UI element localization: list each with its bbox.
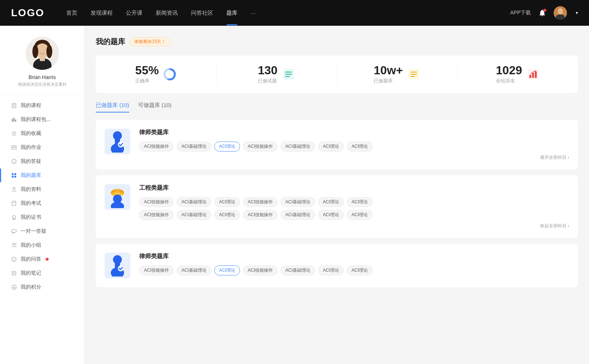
svg-rect-53 — [529, 75, 531, 78]
profile-motto: 错误的决定比没有决定要好 — [18, 82, 67, 87]
tag[interactable]: ACI基础理论 — [177, 197, 211, 207]
tag[interactable]: ACI技能操作 — [139, 197, 174, 207]
notification-bell[interactable] — [538, 9, 546, 17]
tag[interactable]: ACI技能操作 — [139, 142, 174, 151]
sidebar-item-我的小组[interactable]: 我的小组 — [0, 238, 84, 252]
sidebar-item-label: 我的课程 — [21, 102, 41, 109]
tag[interactable]: ACI基础理论 — [281, 265, 315, 275]
stat-value: 130 — [258, 64, 277, 76]
stat-icon — [407, 68, 420, 81]
sidebar-item-我的问答[interactable]: ?我的问答 — [0, 252, 84, 266]
user-avatar[interactable] — [554, 6, 567, 19]
nav-item-新闻资讯[interactable]: 新闻资讯 — [156, 10, 178, 17]
doc-icon — [11, 144, 17, 150]
sidebar-item-label: 我的证书 — [21, 214, 41, 221]
sidebar-item-我的课程包...[interactable]: 我的课程包... — [0, 113, 84, 126]
tag[interactable]: ACI基础理论 — [177, 210, 211, 220]
sidebar-item-我的收藏[interactable]: 我的收藏 — [0, 126, 84, 140]
tag[interactable]: ACI基础理论 — [177, 142, 211, 151]
nav-item-···[interactable]: ··· — [251, 10, 255, 16]
tag[interactable]: ACI理论 — [347, 210, 373, 220]
tag[interactable]: ACI理论 — [347, 197, 373, 207]
svg-point-68 — [118, 265, 124, 271]
svg-point-8 — [46, 45, 52, 58]
sidebar-item-label: 我的问答 — [21, 256, 41, 263]
stats-container: 55% 正确率 130 已做试题 10w+ 已做题库 1029 全站排名 — [96, 56, 578, 93]
nav-item-题库[interactable]: 题库 — [226, 10, 237, 17]
sidebar-item-我的笔记[interactable]: 我的笔记 — [0, 266, 84, 280]
sidebar-item-我的题库[interactable]: 我的题库 — [0, 168, 84, 182]
note-icon — [11, 270, 17, 276]
sidebar-item-label: 我的资料 — [21, 186, 41, 193]
sidebar-item-一对一答疑[interactable]: 一对一答疑 — [0, 224, 84, 238]
stat-value: 1029 — [496, 64, 522, 76]
group-icon — [11, 242, 17, 248]
tag[interactable]: ACI理论 — [347, 265, 373, 275]
user-menu-chevron[interactable]: ▾ — [576, 10, 578, 15]
tag[interactable]: ACI技能操作 — [243, 210, 278, 220]
lawyer-icon — [108, 131, 127, 153]
tag[interactable]: ACI理论 — [318, 265, 344, 275]
stat-icon — [282, 68, 295, 81]
list-yellow-icon — [408, 68, 420, 80]
tag[interactable]: ACI基础理论 — [281, 210, 315, 220]
svg-text:?: ? — [13, 160, 15, 164]
tag[interactable]: ACI技能操作 — [243, 197, 278, 207]
tag[interactable]: ACI理论 — [214, 142, 240, 151]
stat-text: 55% 正确率 — [135, 64, 159, 84]
tag[interactable]: ACI基础理论 — [177, 265, 211, 275]
main-content: 我的题库 体验剩余23天！ 55% 正确率 130 已做试题 10w+ 已做题库 — [85, 26, 589, 364]
svg-rect-32 — [12, 229, 16, 232]
sidebar-item-我的答疑[interactable]: ?我的答疑 — [0, 154, 84, 168]
nav-item-发现课程[interactable]: 发现课程 — [91, 10, 113, 17]
nav-item-公开课[interactable]: 公开课 — [126, 10, 142, 17]
tag[interactable]: ACI基础理论 — [281, 142, 315, 151]
sidebar-item-label: 我的笔记 — [21, 270, 41, 276]
stat-label: 已做试题 — [258, 78, 277, 84]
tag[interactable]: ACI技能操作 — [243, 142, 278, 151]
qbank-card-2: 律师类题库ACI技能操作ACI基础理论ACI理论ACI技能操作ACI基础理论AC… — [96, 244, 578, 287]
tab-item[interactable]: 可做题库 (10) — [138, 102, 172, 113]
tag[interactable]: ACI理论 — [214, 210, 240, 220]
tag[interactable]: ACI理论 — [318, 197, 344, 207]
sidebar-item-我的考试[interactable]: 我的考试 — [0, 196, 84, 210]
sidebar-item-我的资料[interactable]: 我的资料 — [0, 182, 84, 196]
tag[interactable]: ACI技能操作 — [139, 265, 174, 275]
app-download-label[interactable]: APP下载 — [510, 10, 531, 16]
tag[interactable]: ACI理论 — [318, 210, 344, 220]
sidebar-item-label: 我的收藏 — [21, 130, 41, 137]
sidebar-item-我的积分[interactable]: ★我的积分 — [0, 280, 84, 294]
sidebar-item-我的作业[interactable]: 我的作业 — [0, 140, 84, 154]
tag[interactable]: ACI基础理论 — [281, 197, 315, 207]
tag[interactable]: ACI理论 — [214, 197, 240, 207]
tag[interactable]: ACI技能操作 — [243, 265, 278, 275]
stat-value: 10w+ — [374, 64, 403, 76]
svg-rect-55 — [535, 71, 537, 78]
sidebar-item-label: 我的积分 — [21, 284, 41, 290]
svg-point-31 — [13, 215, 15, 218]
file2-icon — [11, 200, 17, 206]
sidebar: Brian Harris 错误的决定比没有决定要好 我的课程我的课程包...我的… — [0, 26, 85, 364]
qbank-tags-row2: ACI技能操作ACI基础理论ACI理论ACI技能操作ACI基础理论ACI理论AC… — [139, 210, 569, 220]
svg-point-33 — [13, 243, 14, 245]
expand-link[interactable]: 展开全部科目 › — [139, 154, 569, 161]
tab-item[interactable]: 已做题库 (10) — [96, 102, 129, 113]
tag[interactable]: ACI理论 — [347, 142, 373, 151]
nav-item-问答社区[interactable]: 问答社区 — [191, 10, 213, 17]
logo: LOGO — [11, 7, 44, 19]
collapse-link[interactable]: 收起全部科目 › — [139, 223, 569, 229]
sidebar-item-我的证书[interactable]: 我的证书 — [0, 210, 84, 224]
notification-dot — [543, 9, 546, 12]
qbank-body: 律师类题库ACI技能操作ACI基础理论ACI理论ACI技能操作ACI基础理论AC… — [139, 129, 569, 161]
nav-item-首页[interactable]: 首页 — [66, 10, 77, 17]
sidebar-item-label: 我的题库 — [21, 172, 41, 179]
tag[interactable]: ACI技能操作 — [139, 210, 174, 220]
tag[interactable]: ACI理论 — [318, 142, 344, 151]
qbank-body: 律师类题库ACI技能操作ACI基础理论ACI理论ACI技能操作ACI基础理论AC… — [139, 253, 569, 275]
tag[interactable]: ACI理论 — [214, 265, 240, 275]
stat-text: 1029 全站排名 — [496, 64, 522, 84]
qbank-icon-lawyer — [105, 129, 130, 154]
svg-rect-25 — [14, 173, 16, 175]
sidebar-item-我的课程[interactable]: 我的课程 — [0, 99, 84, 113]
stat-label: 全站排名 — [496, 78, 522, 84]
